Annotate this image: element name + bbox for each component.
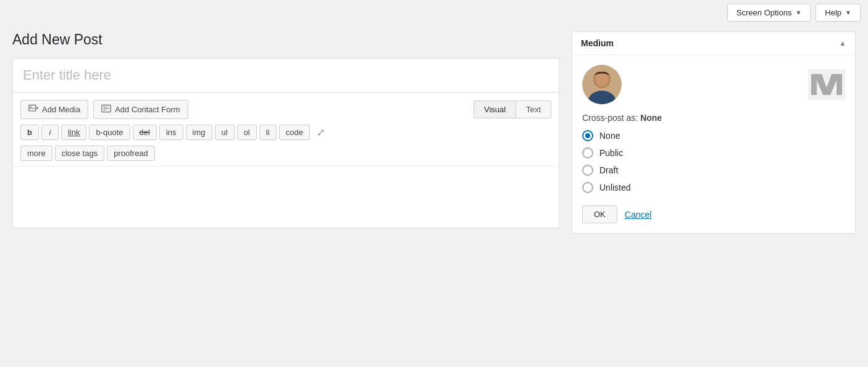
format-more-button[interactable]: more	[20, 146, 52, 161]
format-bar-row1: b i link b-quote del ins img ul ol li co…	[20, 124, 551, 141]
radio-public[interactable]: Public	[582, 147, 845, 159]
add-media-label: Add Media	[42, 105, 80, 114]
add-contact-form-button[interactable]: Add Contact Form	[93, 100, 188, 119]
add-contact-form-label: Add Contact Form	[115, 105, 180, 114]
panel-title: Medium	[581, 38, 614, 48]
tab-text[interactable]: Text	[515, 101, 551, 118]
panel-header: Medium ▲	[572, 32, 855, 55]
sidebar: Medium ▲	[572, 31, 856, 234]
panel-body: Cross-post as: None None Public Draft	[572, 55, 855, 233]
toolbar-area: Add Media Add Contac	[13, 93, 559, 161]
format-img-button[interactable]: img	[186, 125, 212, 140]
action-row: OK Cancel	[582, 205, 845, 223]
help-button[interactable]: Help ▼	[816, 4, 861, 22]
format-expand-button[interactable]: ⤢	[312, 124, 330, 141]
radio-label-draft: Draft	[599, 165, 618, 175]
help-label: Help	[825, 8, 841, 17]
tab-visual[interactable]: Visual	[474, 101, 515, 118]
format-ins-button[interactable]: ins	[159, 125, 183, 140]
radio-circle-draft	[582, 165, 593, 176]
svg-rect-0	[29, 105, 36, 111]
toolbar-left-buttons: Add Media Add Contac	[20, 100, 188, 119]
panel-collapse-button[interactable]: ▲	[839, 39, 846, 47]
screen-options-arrow-icon: ▼	[795, 9, 801, 16]
radio-group: None Public Draft Unlisted	[582, 130, 845, 193]
contact-form-icon	[101, 104, 111, 115]
svg-point-11	[595, 73, 609, 86]
panel-top-row	[582, 65, 845, 104]
format-ul-button[interactable]: ul	[215, 125, 235, 140]
format-close-tags-button[interactable]: close tags	[55, 146, 105, 161]
screen-options-label: Screen Options	[737, 8, 792, 17]
toolbar-top: Add Media Add Contac	[20, 100, 551, 119]
top-bar: Screen Options ▼ Help ▼	[0, 0, 868, 25]
view-tabs: Visual Text	[474, 101, 551, 118]
crosspost-label: Cross-post as: None	[582, 113, 845, 123]
add-media-icon	[28, 104, 38, 115]
main-area: Add New Post	[12, 31, 559, 234]
medium-logo	[808, 69, 845, 100]
cancel-button[interactable]: Cancel	[625, 210, 652, 220]
radio-label-none: None	[599, 131, 620, 141]
format-bold-button[interactable]: b	[20, 125, 39, 140]
editor-container: Add Media Add Contac	[12, 58, 559, 228]
post-title-input[interactable]	[13, 59, 559, 93]
radio-draft[interactable]: Draft	[582, 165, 845, 176]
help-arrow-icon: ▼	[845, 9, 851, 16]
radio-circle-public	[582, 147, 593, 159]
crosspost-value: None	[640, 113, 662, 123]
page-content: Add New Post	[0, 25, 868, 246]
page-title: Add New Post	[12, 31, 559, 48]
format-code-button[interactable]: code	[279, 125, 310, 140]
format-link-button[interactable]: link	[61, 125, 87, 140]
format-italic-button[interactable]: i	[41, 125, 59, 140]
screen-options-button[interactable]: Screen Options ▼	[727, 4, 811, 22]
avatar-image	[582, 65, 622, 104]
format-bquote-button[interactable]: b-quote	[89, 125, 130, 140]
format-proofread-button[interactable]: proofread	[107, 146, 155, 161]
format-ol-button[interactable]: ol	[237, 125, 257, 140]
radio-unlisted[interactable]: Unlisted	[582, 182, 845, 193]
radio-circle-unlisted	[582, 182, 593, 193]
radio-label-unlisted: Unlisted	[599, 183, 631, 192]
format-bar-row2: more close tags proofread	[20, 146, 551, 161]
editor-body[interactable]	[13, 166, 559, 228]
radio-none[interactable]: None	[582, 130, 845, 141]
radio-label-public: Public	[599, 148, 623, 158]
ok-button[interactable]: OK	[582, 205, 617, 223]
format-del-button[interactable]: del	[133, 125, 157, 140]
avatar	[582, 65, 622, 104]
format-li-button[interactable]: li	[259, 125, 277, 140]
add-media-button[interactable]: Add Media	[20, 100, 88, 119]
medium-panel: Medium ▲	[572, 31, 856, 234]
radio-circle-none	[582, 130, 593, 141]
